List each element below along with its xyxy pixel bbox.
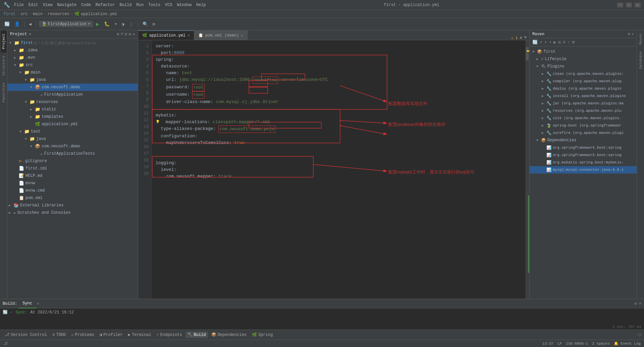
tree-item-mvnw[interactable]: ▶ 📄 mvnw [7, 180, 138, 187]
maven-hash-btn[interactable]: # [563, 40, 566, 45]
run-config-selector[interactable]: 🍃 FirstApplication ▼ [39, 21, 93, 27]
expand-btn[interactable]: ⬡ [638, 333, 641, 337]
toolbar-search-btn[interactable]: 🔍 [141, 20, 150, 28]
sidebar-close-btn[interactable]: ✕ [132, 32, 135, 37]
sidebar-dropdown-icon[interactable]: ▼ [29, 33, 31, 36]
maven-item-springboot[interactable]: ▶ 🍃 spring-boot (org.springframewor [530, 122, 637, 129]
breadcrumb-src[interactable]: src [20, 12, 28, 16]
code-editor-wrapper[interactable]: 配置数据库实现文件 配置javabean对象的所在路径 配置mybatis工作时… [152, 40, 529, 299]
maven-item-first[interactable]: ▼ 📦 first [530, 48, 637, 55]
editor-scrollbar[interactable] [525, 40, 529, 299]
nav-dependencies[interactable]: 📦 Dependencies [209, 332, 249, 338]
menu-file[interactable]: File [14, 3, 24, 7]
window-close-button[interactable]: ✕ [635, 3, 641, 7]
build-panel-settings[interactable]: ⚙ [635, 301, 637, 306]
maven-download-sources-btn[interactable]: ⬇ [540, 40, 542, 45]
toolbar-run-btn[interactable]: ▶ [94, 20, 101, 29]
maven-item-dependencies[interactable]: ▼ 📦 Dependencies [530, 137, 637, 144]
maven-item-lifecycle[interactable]: ▶ ⚡ Lifecycle [530, 55, 637, 63]
status-lf[interactable]: LF [557, 342, 562, 346]
maven-item-dep-mysql[interactable]: ▶ 📊 mysql:mysql-connector-java:8.0.1 [530, 166, 637, 174]
status-git[interactable]: ⎇ [3, 341, 8, 346]
maven-settings-btn[interactable]: ⚙ [628, 32, 630, 37]
breadcrumb-resources[interactable]: resources [48, 12, 69, 16]
tree-item-root[interactable]: ▼ 📁 first E:\卜凡\软工课设\project\first [7, 39, 138, 47]
menu-vcs[interactable]: VCS [165, 3, 172, 7]
vtab-maven[interactable]: Maven [638, 30, 644, 48]
maven-item-install[interactable]: ▶ 🔧 install (org.apache.maven.plugins [530, 92, 637, 100]
maven-refresh-btn[interactable]: 🔄 [532, 40, 538, 45]
sidebar-locate-btn[interactable]: ⊕ [117, 32, 119, 37]
maven-m-btn[interactable]: m [558, 40, 561, 45]
breadcrumb-file[interactable]: application.yml [81, 12, 117, 16]
tab-pomxml[interactable]: 📋 pom.xml (demo) ✕ [194, 31, 248, 40]
menu-edit[interactable]: Edit [29, 3, 38, 7]
nav-down-btn[interactable]: ▼ [524, 35, 527, 40]
maven-download-btn[interactable]: ⬇ [544, 40, 547, 45]
menu-tools[interactable]: Tools [148, 3, 160, 7]
toolbar-debug-btn[interactable]: 🐛 [102, 20, 111, 28]
tree-item-java-main[interactable]: ▼ 📁 java [7, 76, 138, 84]
nav-terminal[interactable]: ▶ Terminal [126, 332, 153, 338]
tree-item-idea[interactable]: ▶ 📁 .idea [7, 47, 138, 54]
tree-item-pomxml[interactable]: ▶ 📋 pom.xml [7, 194, 138, 202]
vtab-structure[interactable]: Structure [1, 52, 7, 79]
tree-item-test[interactable]: ▼ 📁 test [7, 128, 138, 135]
tree-item-firstapptests[interactable]: ▶ ☕ FirstApplicationTests [7, 150, 138, 157]
window-minimize-button[interactable]: − [617, 3, 623, 7]
menu-code[interactable]: Code [81, 3, 91, 7]
vtab-favorites[interactable]: Favorites [1, 79, 7, 106]
maven-item-resources[interactable]: ▶ 🔧 resources (org.apache.maven.plu [530, 107, 637, 114]
tree-item-static[interactable]: ▶ 📁 static [7, 106, 138, 113]
nav-up-btn[interactable]: ▲ [520, 35, 522, 40]
tree-item-appyml[interactable]: ▶ 🌿 application.yml [7, 120, 138, 128]
maven-item-dep-mybatis[interactable]: ▶ 📊 org.mybatis.spring.boot:mybatis- [530, 159, 637, 166]
nav-version-control[interactable]: ⎇ Version Control [3, 332, 49, 338]
vtab-database[interactable]: Database [638, 48, 644, 72]
tree-item-mvn[interactable]: ▶ 📁 .mvn [7, 54, 138, 61]
menu-refactor[interactable]: Refactor [96, 3, 115, 7]
maven-item-deploy[interactable]: ▶ 🔧 deploy (org.apache.maven.plugin [530, 85, 637, 92]
maven-item-clean[interactable]: ▶ 🔧 clean (org.apache.maven.plugins: [530, 70, 637, 78]
sidebar-expand-btn[interactable]: ≡ [121, 32, 123, 37]
window-maximize-button[interactable]: □ [626, 3, 632, 7]
bottom-tab-sync[interactable]: Sync [18, 299, 36, 308]
tree-item-src[interactable]: ▼ 📁 src [7, 61, 138, 69]
maven-update-btn[interactable]: ↑ [568, 40, 570, 45]
maven-item-dep-spring1[interactable]: ▶ 📊 org.springframework.boot:spring [530, 144, 637, 151]
tab-application-yml[interactable]: 🌿 application.yml ✕ [138, 31, 194, 40]
toolbar-profile-btn[interactable]: ◑ [120, 20, 126, 28]
tree-item-iml[interactable]: ▶ 📄 first.iml [7, 165, 138, 172]
tree-item-helpmd[interactable]: ▶ 📝 HELP.md [7, 172, 138, 180]
tree-item-mvnwcmd[interactable]: ▶ 📄 mvnw.cmd [7, 187, 138, 194]
toolbar-coverage-btn[interactable]: ☂ [113, 20, 119, 28]
nav-endpoints[interactable]: ⚡ Endpoints [155, 332, 184, 338]
status-encoding[interactable]: ISO-8859-1 [566, 342, 588, 346]
nav-profiler[interactable]: ◑ Profiler [98, 332, 125, 338]
toolbar-back-btn[interactable]: ◀ [27, 20, 33, 28]
code-area[interactable]: 配置数据库实现文件 配置javabean对象的所在路径 配置mybatis工作时… [152, 40, 529, 183]
tree-item-package-test[interactable]: ▼ 📦 com.neusoft.demo [7, 143, 138, 150]
nav-build[interactable]: 🔨 Build [185, 332, 208, 338]
toolbar-run-config-btn[interactable]: 👤 [13, 20, 21, 28]
menu-build[interactable]: Build [119, 3, 131, 7]
build-panel-close[interactable]: ✕ [639, 301, 641, 306]
sync-tab-close[interactable]: ✕ [37, 301, 39, 306]
tree-item-scratches[interactable]: ▶ ✏ Scratches and Consoles [7, 209, 138, 216]
maven-expand-btn[interactable]: ⊞ [572, 40, 575, 45]
menu-navigate[interactable]: Navigate [57, 3, 76, 7]
maven-item-jar[interactable]: ▶ 🔧 jar (org.apache.maven.plugins:ma [530, 100, 637, 107]
nav-todo[interactable]: ≡ TODO [50, 332, 68, 338]
tab-close-pomxml[interactable]: ✕ [241, 33, 243, 38]
maven-item-site[interactable]: ▶ 🔧 site (org.apache.maven.plugins. [530, 114, 637, 122]
tree-item-package-main[interactable]: ▼ 📦 com.neusoft.demo [7, 84, 138, 91]
tree-item-templates[interactable]: ▶ 📁 templates [7, 113, 138, 120]
tree-item-resources[interactable]: ▼ 📁 resources [7, 98, 138, 106]
tree-item-extlibs[interactable]: ▶ 📚 External Libraries [7, 202, 138, 209]
tab-close-appyml[interactable]: ✕ [187, 33, 190, 38]
status-indent[interactable]: 2 spaces [592, 342, 610, 346]
menu-window[interactable]: Window [177, 3, 192, 7]
tree-item-java-test[interactable]: ▼ 📁 java [7, 135, 138, 143]
maven-add-btn[interactable]: + [549, 40, 552, 45]
maven-close-btn[interactable]: ✕ [632, 32, 634, 37]
